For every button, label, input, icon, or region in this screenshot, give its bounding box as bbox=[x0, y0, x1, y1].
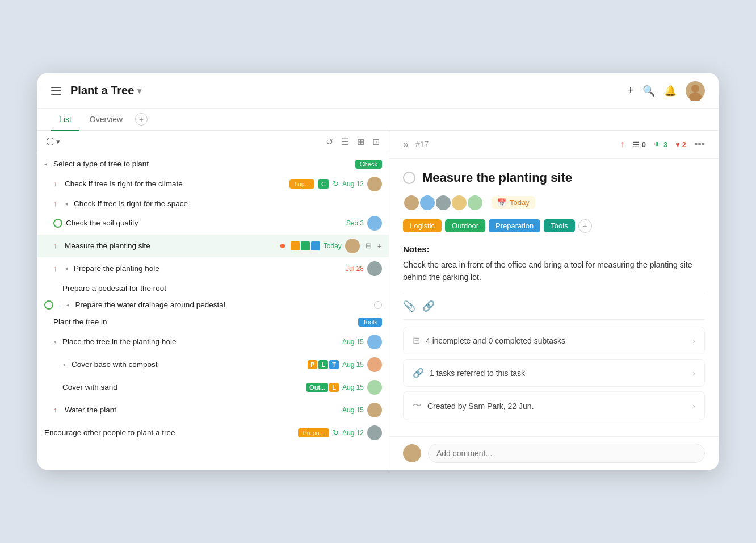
menu-button[interactable] bbox=[51, 87, 61, 95]
task-tag: Out... bbox=[306, 383, 328, 392]
more-options-icon[interactable]: ••• bbox=[694, 139, 705, 151]
referred-section[interactable]: 🔗 1 tasks referred to this task › bbox=[403, 359, 705, 387]
notes-text: Check the area in front of the office an… bbox=[403, 258, 705, 284]
expand-icon[interactable]: ◂ bbox=[62, 361, 68, 367]
link-icon[interactable]: 🔗 bbox=[422, 300, 435, 312]
circle-status-icon bbox=[44, 300, 53, 310]
project-chevron-icon[interactable]: ▾ bbox=[137, 86, 141, 95]
expand-icon[interactable]: ◂ bbox=[66, 302, 72, 308]
list-view-icon[interactable]: ☰ bbox=[341, 136, 349, 147]
table-row[interactable]: ◂ Select a type of tree to plant Check bbox=[37, 156, 389, 173]
task-tag: Check bbox=[355, 160, 382, 169]
assignee-avatar bbox=[467, 194, 484, 211]
comment-icon: ☰ bbox=[633, 140, 640, 149]
expand-icon[interactable]: ◂ bbox=[53, 339, 59, 345]
task-main-title: Measure the planting site bbox=[422, 170, 572, 185]
toolbar-icons: ↺ ☰ ⊞ ⊡ bbox=[326, 136, 380, 147]
header-right: + 🔍 🔔 bbox=[627, 81, 705, 101]
filter-button[interactable]: ⛶ ▾ bbox=[47, 137, 60, 146]
task-date: Aug 12 bbox=[342, 180, 364, 188]
task-name: Prepare a pedestal for the root bbox=[62, 284, 382, 293]
task-name: Water the plant bbox=[65, 406, 339, 414]
color-square bbox=[311, 241, 320, 250]
project-title: Plant a Tree ▾ bbox=[70, 84, 141, 97]
subtasks-section[interactable]: ⊟ 4 incomplete and 0 completed subtasks … bbox=[403, 327, 705, 354]
tag-logistic[interactable]: Logistic bbox=[403, 219, 442, 232]
adjust-icon[interactable]: ⊟ bbox=[366, 241, 372, 250]
tabs-bar: List Overview + bbox=[37, 109, 719, 131]
expand-panel-icon[interactable]: » bbox=[403, 139, 409, 151]
search-icon[interactable]: 🔍 bbox=[642, 85, 655, 97]
commenter-avatar bbox=[403, 444, 421, 462]
table-row[interactable]: ↑ ◂ Prepare the planting hole Jul 28 bbox=[37, 257, 389, 280]
eye-count: 👁 3 bbox=[654, 140, 667, 149]
table-row[interactable]: ◂ Cover base with compost P L T Aug 15 bbox=[37, 353, 389, 376]
avatar bbox=[367, 403, 382, 417]
task-tag: L bbox=[329, 383, 339, 392]
expand-icon[interactable]: ◂ bbox=[44, 161, 50, 167]
avatar bbox=[367, 380, 382, 395]
grid-view-icon[interactable]: ⊞ bbox=[357, 136, 364, 147]
priority-up-icon: ↑ bbox=[620, 139, 625, 149]
table-row[interactable]: Plant the tree in Tools bbox=[37, 314, 389, 331]
table-row[interactable]: Check the soil quality Sep 3 bbox=[37, 212, 389, 235]
task-date: Aug 15 bbox=[342, 338, 364, 346]
add-icon[interactable]: + bbox=[627, 85, 633, 97]
task-tag: L bbox=[318, 360, 328, 369]
task-name: Encourage other people to plant a tree bbox=[44, 428, 295, 437]
add-subtask-icon[interactable]: + bbox=[377, 241, 382, 250]
undo-icon[interactable]: ↺ bbox=[326, 136, 333, 147]
avatar bbox=[367, 335, 382, 349]
header: Plant a Tree ▾ + 🔍 🔔 bbox=[37, 73, 719, 109]
attachment-row: 📎 🔗 bbox=[403, 293, 705, 320]
attachment-icon[interactable]: 📎 bbox=[403, 300, 415, 312]
calendar-icon: 📅 bbox=[497, 198, 506, 207]
user-avatar[interactable] bbox=[686, 81, 705, 101]
tag-outdoor[interactable]: Outdoor bbox=[445, 219, 485, 232]
subtasks-text: 4 incomplete and 0 completed subtasks bbox=[426, 336, 565, 345]
svg-point-1 bbox=[689, 93, 702, 101]
chevron-right-icon: › bbox=[692, 369, 695, 378]
tab-list[interactable]: List bbox=[51, 109, 79, 131]
task-name: Check if tree is right for the space bbox=[74, 199, 382, 208]
avatar bbox=[345, 239, 360, 253]
tab-overview[interactable]: Overview bbox=[82, 109, 131, 131]
chevron-right-icon: › bbox=[692, 402, 695, 411]
table-row[interactable]: ↑ ◂ Check if tree is right for the space bbox=[37, 195, 389, 212]
table-row[interactable]: ↓ ◂ Prepare the water drainage around pe… bbox=[37, 296, 389, 314]
table-row[interactable]: ↑ Water the plant Aug 15 bbox=[37, 399, 389, 421]
add-tag-button[interactable]: + bbox=[578, 219, 592, 233]
table-row[interactable]: ↑ Check if tree is right for the climate… bbox=[37, 173, 389, 195]
bell-icon[interactable]: 🔔 bbox=[664, 85, 677, 97]
referred-left: 🔗 1 tasks referred to this task bbox=[413, 367, 525, 378]
task-number: #17 bbox=[415, 140, 429, 149]
status-dot bbox=[280, 244, 285, 248]
task-complete-checkbox[interactable] bbox=[403, 172, 415, 184]
tag-preparation[interactable]: Preparation bbox=[489, 219, 540, 232]
assignee-avatar bbox=[403, 194, 420, 211]
expand-icon[interactable]: ◂ bbox=[65, 201, 70, 207]
comment-input[interactable] bbox=[428, 444, 705, 463]
table-row[interactable]: Encourage other people to plant a tree P… bbox=[37, 421, 389, 444]
priority-down-icon: ↓ bbox=[58, 300, 62, 309]
created-section[interactable]: 〜 Created by Sam Park, 22 Jun. › bbox=[403, 391, 705, 420]
activity-icon: 〜 bbox=[413, 400, 422, 412]
app-window: Plant a Tree ▾ + 🔍 🔔 List Overview + bbox=[37, 73, 719, 470]
task-title-row: Measure the planting site bbox=[403, 170, 705, 185]
task-date: Aug 15 bbox=[342, 383, 364, 391]
due-date-badge[interactable]: 📅 Today bbox=[492, 196, 535, 209]
task-name: Check if tree is right for the climate bbox=[65, 179, 286, 188]
priority-up-icon: ↑ bbox=[53, 179, 61, 188]
tab-add-button[interactable]: + bbox=[135, 113, 148, 126]
expand-icon[interactable]: ◂ bbox=[65, 265, 70, 272]
table-row[interactable]: Cover with sand Out... L Aug 15 bbox=[37, 376, 389, 399]
table-row[interactable]: Prepare a pedestal for the root bbox=[37, 280, 389, 296]
heart-icon: ♥ bbox=[675, 140, 680, 149]
priority-up-icon: ↑ bbox=[53, 199, 61, 208]
main-content: ⛶ ▾ ↺ ☰ ⊞ ⊡ ◂ Select a type of tree to p… bbox=[37, 131, 719, 470]
more-options-icon[interactable]: ⊡ bbox=[372, 136, 380, 147]
table-row[interactable]: ◂ Place the tree in the planting hole Au… bbox=[37, 331, 389, 353]
table-row[interactable]: ↑ Measure the planting site Today ⊟ + bbox=[37, 235, 389, 257]
task-tag: Tools bbox=[358, 318, 382, 327]
tag-tools[interactable]: Tools bbox=[544, 219, 574, 232]
